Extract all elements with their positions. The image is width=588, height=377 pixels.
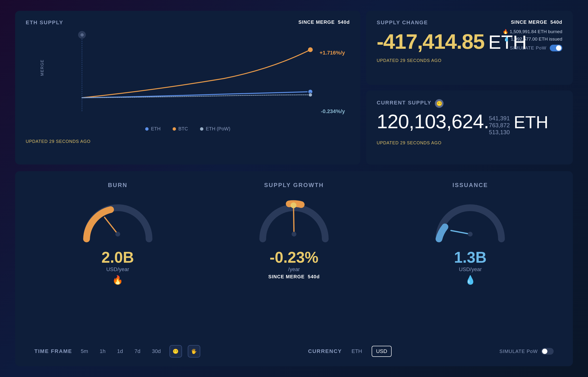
issuance-title: ISSUANCE (453, 182, 488, 188)
issued-stat: 💧 1,092,577.00 ETH issued (503, 36, 562, 42)
supply-stats: SINCE MERGE 540d 🔥 1,509,991.84 ETH burn… (503, 19, 562, 51)
issuance-icon: 💧 (465, 275, 476, 285)
btc-rate-label: +1.716%/y (319, 50, 345, 56)
supply-change-since-merge: SINCE MERGE 540d (503, 19, 562, 25)
eth-supply-since-merge: SINCE MERGE 540d (298, 19, 350, 25)
merge-label: MERGE (40, 59, 45, 76)
eth-pow-dot (200, 127, 203, 131)
supply-change-title: SUPPLY CHANGE (377, 19, 428, 25)
simulate-pow-toggle[interactable] (550, 45, 562, 51)
issuance-value: 1.3B (454, 248, 487, 266)
time-btn-7d[interactable]: 7d (132, 346, 143, 356)
time-frame-section: TIME FRAME 5m 1h 1d 7d 30d 😶 🖐 (34, 345, 200, 358)
right-column: SUPPLY CHANGE SINCE MERGE 540d 🔥 1,509,9… (366, 11, 573, 165)
current-supply-title: CURRENT SUPPLY (377, 100, 431, 106)
current-supply-updated: UPDATED 29 SECONDS AGO (377, 141, 562, 145)
svg-line-6 (105, 217, 118, 234)
eth-supply-card: ETH SUPPLY SINCE MERGE 540d MERGE ⊕ (15, 11, 360, 165)
legend-btc: BTC (172, 126, 188, 132)
simulate-pow-label: SIMULATE PoW (500, 349, 538, 354)
currency-eth-btn[interactable]: ETH (348, 346, 366, 356)
svg-line-8 (294, 205, 294, 234)
time-btn-30d[interactable]: 30d (149, 346, 164, 356)
svg-point-7 (115, 232, 120, 236)
burn-panel: BURN 2.0B USD/year 🔥 (34, 182, 201, 285)
simulate-pow-toggle-bottom[interactable] (541, 348, 554, 355)
chart-legend: ETH BTC ETH (PoW) (26, 126, 350, 132)
supply-growth-panel: SUPPLY GROWTH -0.23% /year (211, 182, 377, 280)
burn-gauge (77, 193, 159, 246)
eth-supply-updated: UPDATED 29 SECONDS AGO (26, 139, 350, 144)
supply-change-number: -417,414.85 (377, 30, 484, 53)
current-supply-value-area: 120,103,624.541,391763,872513,130 ETH (377, 112, 562, 136)
toggle-knob-bottom (542, 349, 547, 354)
supply-growth-unit: /year (288, 266, 300, 272)
time-btn-1d[interactable]: 1d (114, 346, 126, 356)
eth-supply-chart: MERGE ⊕ (26, 31, 350, 136)
svg-line-11 (451, 231, 470, 234)
current-supply-number: 120,103,624. (377, 110, 489, 132)
toggle-knob (556, 45, 561, 51)
supply-change-simulate: SIMULATE PoW (503, 45, 562, 51)
supply-growth-value: -0.23% (270, 248, 318, 266)
supply-growth-gauge (253, 193, 335, 246)
current-supply-decimals: 541,391763,872513,130 (489, 115, 510, 136)
time-btn-5m[interactable]: 5m (78, 346, 91, 356)
legend-eth: ETH (145, 126, 160, 132)
simulate-pow-section: SIMULATE PoW (500, 348, 554, 355)
burn-value: 2.0B (101, 248, 134, 266)
supply-growth-since-merge: SINCE MERGE 540d (268, 274, 320, 280)
supply-growth-title: SUPPLY GROWTH (264, 182, 324, 188)
eth-dot (145, 127, 148, 131)
currency-section: CURRENCY ETH USD (308, 346, 392, 357)
bottom-bar: TIME FRAME 5m 1h 1d 7d 30d 😶 🖐 CURRENCY … (34, 345, 554, 358)
burn-icon: 🔥 (112, 275, 123, 285)
svg-point-3 (308, 47, 313, 52)
svg-point-9 (291, 202, 296, 208)
current-supply-icon: 😶 (435, 99, 443, 108)
current-supply-card: CURRENT SUPPLY 😶 120,103,624.541,391763,… (366, 91, 573, 165)
burned-stat: 🔥 1,509,991.84 ETH burned (503, 29, 562, 34)
burn-unit: USD/year (106, 266, 129, 272)
time-btn-1h[interactable]: 1h (97, 346, 108, 356)
gauges-row: BURN 2.0B USD/year 🔥 (34, 182, 554, 285)
issuance-panel: ISSUANCE 1.3B USD/year 💧 (387, 182, 554, 285)
legend-eth-pow: ETH (PoW) (200, 126, 230, 132)
eth-supply-title: ETH SUPPLY (26, 19, 63, 25)
burn-title: BURN (108, 182, 127, 188)
issuance-unit: USD/year (459, 266, 482, 272)
supply-change-updated: UPDATED 29 SECONDS AGO (377, 58, 562, 63)
merge-icon-btn[interactable]: 😶 (170, 345, 182, 358)
btc-dot (172, 127, 176, 131)
svg-point-5 (308, 93, 312, 97)
svg-point-12 (468, 232, 473, 236)
supply-change-card: SUPPLY CHANGE SINCE MERGE 540d 🔥 1,509,9… (366, 11, 573, 85)
current-supply-unit: ETH (514, 113, 548, 132)
currency-label: CURRENCY (308, 348, 342, 354)
time-frame-label: TIME FRAME (34, 348, 72, 354)
svg-text:⊕: ⊕ (80, 32, 84, 37)
hand-icon-btn[interactable]: 🖐 (188, 345, 200, 358)
issuance-gauge (429, 193, 511, 246)
svg-point-10 (292, 232, 296, 236)
currency-usd-btn[interactable]: USD (372, 346, 391, 357)
eth-rate-label: -0.234%/y (321, 108, 345, 115)
bottom-panel: BURN 2.0B USD/year 🔥 (15, 171, 573, 366)
